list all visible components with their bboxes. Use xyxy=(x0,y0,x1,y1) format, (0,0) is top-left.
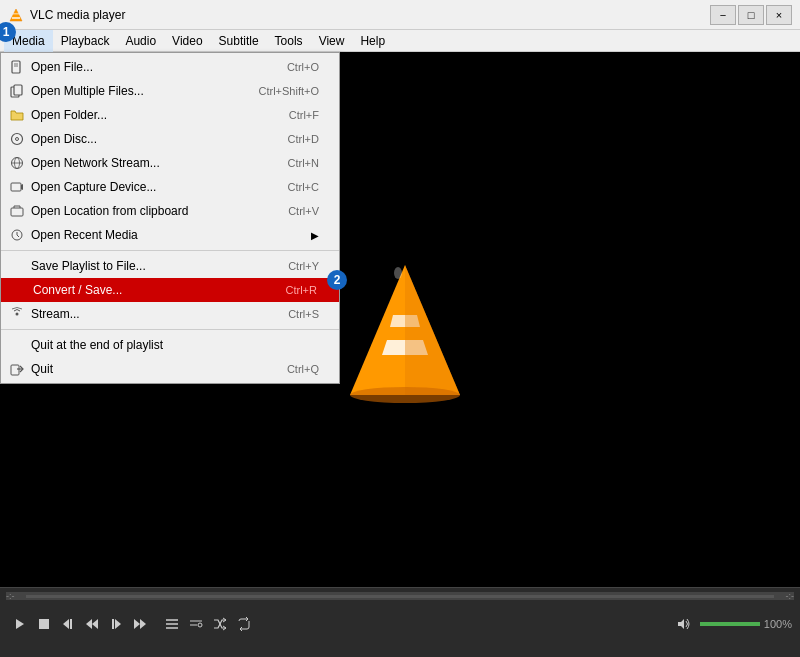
window-controls: − □ × xyxy=(710,5,792,25)
svg-point-9 xyxy=(16,138,19,141)
vlc-cone xyxy=(340,255,460,385)
playlist-button[interactable] xyxy=(160,612,184,636)
menu-open-capture[interactable]: Open Capture Device... Ctrl+C xyxy=(1,175,339,199)
open-disc-icon xyxy=(9,131,25,147)
badge-2: 2 xyxy=(327,270,347,290)
prev-button[interactable] xyxy=(56,612,80,636)
menu-item-help[interactable]: Help xyxy=(352,30,393,52)
menu-open-location[interactable]: Open Location from clipboard Ctrl+V xyxy=(1,199,339,223)
svg-marker-34 xyxy=(134,619,140,629)
close-button[interactable]: × xyxy=(766,5,792,25)
title-bar: VLC media player − □ × xyxy=(0,0,800,30)
svg-marker-32 xyxy=(115,619,121,629)
svg-rect-33 xyxy=(112,619,114,629)
separator-2 xyxy=(1,329,339,330)
progress-bar-container[interactable]: -:- -:- xyxy=(6,592,794,600)
open-file-icon xyxy=(9,59,25,75)
save-playlist-icon xyxy=(9,258,25,274)
menu-open-recent[interactable]: Open Recent Media ▶ xyxy=(1,223,339,247)
shuffle-button[interactable] xyxy=(208,612,232,636)
open-recent-icon xyxy=(9,227,25,243)
menu-item-playback[interactable]: Playback xyxy=(53,30,118,52)
svg-point-17 xyxy=(16,313,19,316)
svg-rect-3 xyxy=(12,61,20,73)
svg-rect-15 xyxy=(11,208,23,216)
submenu-arrow: ▶ xyxy=(311,230,319,241)
svg-point-8 xyxy=(12,134,23,145)
menu-open-folder[interactable]: Open Folder... Ctrl+F xyxy=(1,103,339,127)
svg-marker-30 xyxy=(92,619,98,629)
svg-point-24 xyxy=(350,387,460,403)
svg-point-25 xyxy=(394,267,402,279)
open-network-icon xyxy=(9,155,25,171)
media-dropdown: Open File... Ctrl+O Open Multiple Files.… xyxy=(0,52,340,384)
minimize-button[interactable]: − xyxy=(710,5,736,25)
separator-1 xyxy=(1,250,339,251)
volume-label: 100% xyxy=(764,618,792,630)
svg-point-41 xyxy=(198,623,202,627)
open-folder-icon xyxy=(9,107,25,123)
window-title: VLC media player xyxy=(30,8,710,22)
svg-rect-13 xyxy=(11,183,21,191)
svg-marker-0 xyxy=(10,9,22,21)
menu-item-view[interactable]: View xyxy=(311,30,353,52)
maximize-button[interactable]: □ xyxy=(738,5,764,25)
volume-bar[interactable] xyxy=(700,622,760,626)
menu-open-network[interactable]: Open Network Stream... Ctrl+N xyxy=(1,151,339,175)
svg-rect-18 xyxy=(11,365,19,375)
quit-end-icon xyxy=(9,337,25,353)
badge-1: 1 xyxy=(0,22,16,42)
menu-item-media[interactable]: Media 1 xyxy=(4,30,53,52)
main-content: Open File... Ctrl+O Open Multiple Files.… xyxy=(0,52,800,587)
svg-rect-1 xyxy=(12,17,20,19)
media-menu-wrapper: Media 1 xyxy=(4,30,53,52)
menu-save-playlist[interactable]: Save Playlist to File... Ctrl+Y xyxy=(1,254,339,278)
svg-rect-29 xyxy=(70,619,72,629)
menu-item-tools[interactable]: Tools xyxy=(267,30,311,52)
controls-row: 100% xyxy=(0,604,800,644)
svg-marker-31 xyxy=(86,619,92,629)
menu-item-video[interactable]: Video xyxy=(164,30,210,52)
next-button[interactable] xyxy=(104,612,128,636)
convert-save-icon xyxy=(11,282,27,298)
play-button[interactable] xyxy=(8,612,32,636)
menu-quit[interactable]: Quit Ctrl+Q xyxy=(1,357,339,381)
svg-marker-26 xyxy=(16,619,24,629)
svg-marker-28 xyxy=(63,619,69,629)
menu-bar: Media 1 Playback Audio Video Subtitle To… xyxy=(0,30,800,52)
svg-marker-35 xyxy=(140,619,146,629)
svg-rect-7 xyxy=(14,85,22,95)
app-icon xyxy=(8,7,24,23)
stop-button[interactable] xyxy=(32,612,56,636)
menu-item-audio[interactable]: Audio xyxy=(117,30,164,52)
menu-open-disc[interactable]: Open Disc... Ctrl+D xyxy=(1,127,339,151)
progress-track[interactable] xyxy=(26,595,774,598)
skip-back-button[interactable] xyxy=(80,612,104,636)
open-capture-icon xyxy=(9,179,25,195)
menu-stream[interactable]: Stream... Ctrl+S xyxy=(1,302,339,326)
menu-open-multiple[interactable]: Open Multiple Files... Ctrl+Shift+O xyxy=(1,79,339,103)
open-multiple-icon xyxy=(9,83,25,99)
extended-button[interactable] xyxy=(184,612,208,636)
volume-button[interactable] xyxy=(672,612,696,636)
open-location-icon xyxy=(9,203,25,219)
menu-item-subtitle[interactable]: Subtitle xyxy=(211,30,267,52)
svg-marker-42 xyxy=(678,619,684,629)
volume-fill xyxy=(700,622,760,626)
stream-icon xyxy=(9,306,25,322)
svg-rect-2 xyxy=(13,13,19,15)
bottom-bar: -:- -:- xyxy=(0,587,800,657)
menu-quit-end[interactable]: Quit at the end of playlist xyxy=(1,333,339,357)
svg-rect-27 xyxy=(39,619,49,629)
quit-icon xyxy=(9,361,25,377)
repeat-button[interactable] xyxy=(232,612,256,636)
menu-open-file[interactable]: Open File... Ctrl+O xyxy=(1,55,339,79)
svg-marker-14 xyxy=(21,184,23,190)
menu-convert-save[interactable]: Convert / Save... Ctrl+R 2 xyxy=(1,278,339,302)
skip-fwd-button[interactable] xyxy=(128,612,152,636)
svg-marker-23 xyxy=(405,265,460,395)
